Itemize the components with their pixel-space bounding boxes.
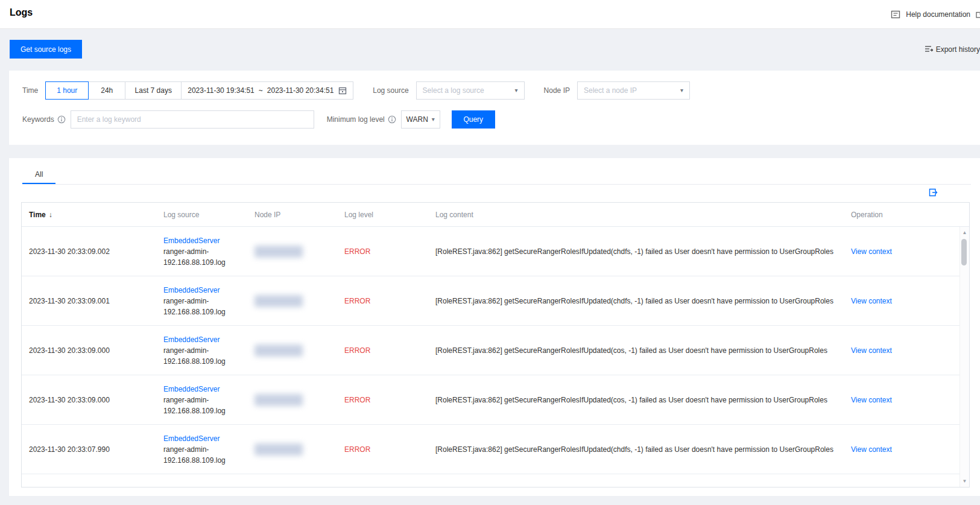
node-ip-redacted-blur — [254, 246, 303, 258]
log-source-cell: EmbeddedServer ranger-admin-192.168.88.1… — [163, 433, 254, 466]
log-source-label: Log source — [373, 86, 408, 95]
node-ip-redacted-blur — [254, 345, 303, 357]
log-content-cell: [RoleREST.java:862] getSecureRangerRoles… — [435, 297, 851, 305]
external-link-icon — [976, 10, 980, 18]
chevron-down-icon: ▾ — [515, 87, 518, 94]
log-file-name: ranger-admin-192.168.88.109.log — [163, 395, 248, 416]
get-source-logs-button[interactable]: Get source logs — [10, 40, 82, 59]
log-time-cell: 2023-11-30 20:33:09.000 — [22, 396, 163, 404]
min-log-level-select[interactable]: WARN ▾ — [401, 110, 440, 129]
log-time-cell: 2023-11-30 20:33:09.002 — [22, 247, 163, 256]
query-button[interactable]: Query — [452, 110, 495, 129]
date-range-end: 2023-11-30 20:34:51 — [267, 86, 334, 95]
scroll-up-arrow-icon[interactable]: ▲ — [960, 230, 969, 235]
table-row: 2023-11-30 20:33:09.000 EmbeddedServer r… — [22, 375, 969, 425]
tab-all[interactable]: All — [22, 165, 55, 184]
view-context-link[interactable]: View context — [851, 297, 892, 305]
node-ip-label: Node IP — [544, 86, 570, 95]
keywords-label: Keywords — [22, 115, 54, 124]
date-range-start: 2023-11-30 19:34:51 — [188, 86, 254, 95]
min-log-level-info-icon[interactable] — [388, 115, 396, 124]
view-context-link[interactable]: View context — [851, 346, 892, 355]
node-ip-cell — [254, 345, 344, 357]
log-source-cell: EmbeddedServer ranger-admin-192.168.88.1… — [163, 235, 254, 268]
table-row: 2023-11-30 20:33:07.990 EmbeddedServer r… — [22, 425, 969, 474]
log-source-placeholder: Select a log source — [423, 86, 484, 95]
min-log-level-label: Minimum log level — [327, 115, 385, 124]
log-content-cell: [RoleREST.java:862] getSecureRangerRoles… — [435, 247, 851, 256]
log-source-link[interactable]: EmbeddedServer — [163, 434, 220, 443]
export-history-icon — [925, 45, 934, 55]
node-ip-select[interactable]: Select a node IP ▾ — [577, 81, 690, 100]
vertical-scrollbar[interactable]: ▲ ▼ — [959, 227, 969, 487]
log-file-name: ranger-admin-192.168.88.109.log — [163, 345, 248, 367]
log-time-cell: 2023-11-30 20:33:07.990 — [22, 445, 163, 454]
view-context-link[interactable]: View context — [851, 396, 892, 404]
operation-cell: View context — [851, 297, 969, 305]
scrollbar-thumb[interactable] — [961, 239, 967, 265]
results-panel: All Time ↓ Log source Node IP Log level … — [9, 158, 980, 496]
column-header-log-level: Log level — [344, 211, 435, 219]
log-table: Time ↓ Log source Node IP Log level Log … — [21, 202, 970, 488]
log-source-link[interactable]: EmbeddedServer — [163, 385, 220, 393]
log-level-cell: ERROR — [344, 247, 435, 256]
node-ip-redacted-blur — [254, 443, 303, 456]
help-documentation-link[interactable]: Help documentation — [891, 0, 980, 28]
time-filter-label: Time — [22, 86, 38, 95]
log-level-cell: ERROR — [344, 396, 435, 404]
help-documentation-label: Help documentation — [906, 10, 970, 19]
table-row: 2023-11-30 20:33:09.002 EmbeddedServer r… — [22, 227, 969, 276]
node-ip-cell — [254, 443, 344, 456]
log-level-cell: ERROR — [344, 445, 435, 454]
log-level-cell: ERROR — [344, 346, 435, 355]
view-context-link[interactable]: View context — [851, 247, 892, 256]
view-context-link[interactable]: View context — [851, 445, 892, 454]
node-ip-cell — [254, 295, 344, 307]
operation-cell: View context — [851, 396, 969, 404]
chevron-down-icon: ▾ — [432, 116, 435, 122]
calendar-icon — [338, 86, 347, 95]
export-history-button[interactable]: Export history — [925, 44, 980, 55]
sort-desc-icon: ↓ — [49, 211, 52, 219]
table-header-row: Time ↓ Log source Node IP Log level Log … — [22, 203, 969, 227]
node-ip-redacted-blur — [254, 394, 303, 406]
operation-cell: View context — [851, 445, 969, 454]
logs-page: Logs Help documentation Get source logs … — [0, 0, 980, 505]
log-source-select[interactable]: Select a log source ▾ — [416, 81, 525, 100]
time-option-24h[interactable]: 24h — [88, 81, 125, 100]
log-time-cell: 2023-11-30 20:33:09.000 — [22, 346, 163, 355]
keywords-input[interactable] — [71, 110, 314, 129]
help-doc-icon — [891, 10, 900, 19]
node-ip-cell — [254, 246, 344, 258]
log-file-name: ranger-admin-192.168.88.109.log — [163, 444, 248, 466]
keywords-info-icon[interactable] — [57, 115, 66, 124]
node-ip-redacted-blur — [254, 295, 303, 307]
date-range-picker[interactable]: 2023-11-30 19:34:51 ~ 2023-11-30 20:34:5… — [181, 81, 353, 100]
log-content-cell: [RoleREST.java:862] getSecureRangerRoles… — [435, 445, 851, 454]
log-source-link[interactable]: EmbeddedServer — [163, 286, 220, 294]
log-content-cell: [RoleREST.java:862] getSecureRangerRoles… — [435, 396, 851, 404]
date-range-separator: ~ — [259, 86, 263, 95]
export-table-icon[interactable] — [928, 188, 938, 197]
time-option-1-hour[interactable]: 1 hour — [45, 81, 89, 100]
log-file-name: ranger-admin-192.168.88.109.log — [163, 296, 248, 317]
time-range-segmented-control: 1 hour 24h Last 7 days 2023-11-30 19:34:… — [45, 81, 353, 100]
table-body: 2023-11-30 20:33:09.002 EmbeddedServer r… — [22, 227, 969, 488]
table-row: 192.168.88.109.log — [22, 474, 969, 488]
tab-bar: All — [22, 165, 971, 185]
node-ip-cell — [254, 394, 344, 406]
node-ip-placeholder: Select a node IP — [584, 86, 637, 95]
log-source-link[interactable]: EmbeddedServer — [163, 335, 220, 344]
column-header-time[interactable]: Time ↓ — [22, 211, 163, 219]
column-header-node-ip: Node IP — [254, 211, 344, 219]
top-bar: Logs Help documentation — [0, 0, 980, 29]
scroll-down-arrow-icon[interactable]: ▼ — [960, 478, 969, 484]
export-history-label: Export history — [936, 45, 980, 54]
time-option-last-7-days[interactable]: Last 7 days — [125, 81, 182, 100]
log-file-name: ranger-admin-192.168.88.109.log — [163, 246, 248, 268]
min-log-level-value: WARN — [406, 115, 428, 124]
log-source-link[interactable]: EmbeddedServer — [163, 237, 220, 245]
table-row: 2023-11-30 20:33:09.000 EmbeddedServer r… — [22, 326, 969, 375]
log-source-cell: EmbeddedServer ranger-admin-192.168.88.1… — [163, 285, 254, 317]
filter-panel: Time 1 hour 24h Last 7 days 2023-11-30 1… — [9, 71, 980, 145]
